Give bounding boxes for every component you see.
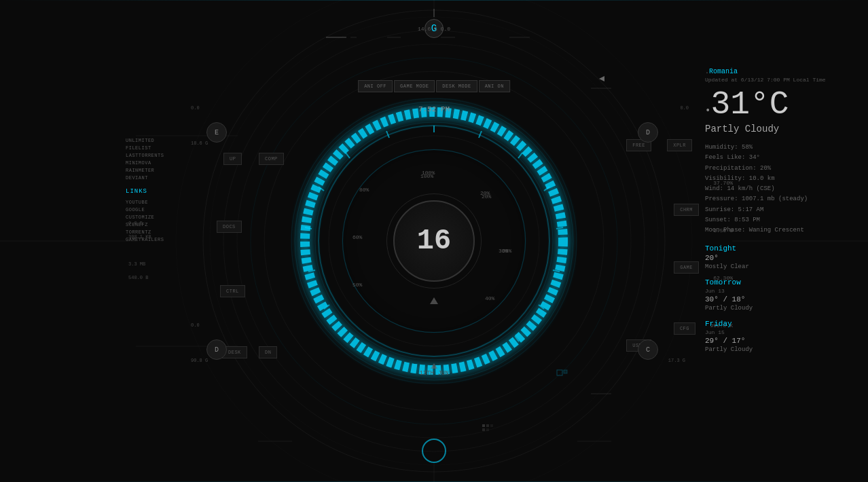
ani-off-button[interactable]: ANI OFF xyxy=(358,80,393,92)
mode-buttons-container: ANI OFF GAME MODE DESK MODE ANI ON xyxy=(358,80,510,92)
svg-rect-51 xyxy=(486,424,489,427)
svg-line-36 xyxy=(386,131,389,138)
corner-d-bottom-left: D xyxy=(206,339,227,360)
cfg-module[interactable]: CFG xyxy=(674,322,695,335)
corner-c-bottom-right: C xyxy=(638,339,658,360)
ctrl-module[interactable]: CTRL xyxy=(220,285,245,297)
pct-80-label: 80% xyxy=(359,187,369,193)
svg-line-41 xyxy=(324,305,329,309)
tonight-temp: 20° xyxy=(705,254,854,262)
google-link[interactable]: GOOGLE xyxy=(126,207,164,212)
corner-tl-val: 0.0 xyxy=(191,105,200,111)
docs-module[interactable]: DOCS xyxy=(217,221,242,233)
deviant-label[interactable]: DEVIANT xyxy=(126,175,164,181)
pct-50-label: 50% xyxy=(352,282,362,288)
tomorrow-title: Tomorrow xyxy=(705,278,854,286)
corner-bl-val: 0.0 xyxy=(191,322,200,328)
moon-phase: Moon Phase: Waning Crescent xyxy=(705,225,854,236)
sunrise: Sunrise: 5:17 AM xyxy=(705,205,854,215)
gametrailers-link[interactable]: GAMETRAILERS xyxy=(126,237,164,242)
forecast-friday: Friday Jun 15 29° / 17° Partly Cloudy xyxy=(705,320,854,353)
dn-module[interactable]: DN xyxy=(259,346,277,358)
friday-date: Jun 15 xyxy=(705,329,854,335)
weather-location: .Romania xyxy=(705,68,854,75)
time-display: 7:52 PM xyxy=(418,105,450,113)
location-text: Romania xyxy=(709,68,738,75)
wind: Wind: 14 km/h (CSE) xyxy=(705,184,854,194)
rainmeter-label[interactable]: RAINMETER xyxy=(126,168,164,173)
scenefz-link[interactable]: SCENEFZ xyxy=(126,222,164,227)
sunset: Sunset: 8:53 PM xyxy=(705,215,854,225)
tomorrow-date: Jun 13 xyxy=(705,288,854,294)
friday-desc: Partly Cloudy xyxy=(705,346,854,353)
weather-temperature: •31°C xyxy=(705,88,854,121)
svg-marker-42 xyxy=(430,297,438,304)
corner-e-top-left: E xyxy=(206,122,227,143)
corner-bl-sub: 90.8 G xyxy=(191,358,208,363)
svg-line-32 xyxy=(556,227,563,229)
svg-marker-43 xyxy=(431,363,437,369)
tonight-title: Tonight xyxy=(705,244,854,253)
svg-line-40 xyxy=(308,270,315,272)
pct-60-label: 60% xyxy=(352,234,362,240)
svg-line-39 xyxy=(305,227,312,229)
visibility: Visibility: 10.0 km xyxy=(705,174,854,184)
corner-e-label: E xyxy=(215,129,219,136)
tomorrow-desc: Partly Cloudy xyxy=(705,305,854,312)
friday-temp: 29° / 17° xyxy=(705,337,854,345)
humidity: Humidity: 58% xyxy=(705,143,854,153)
top-values: 14.6 G 0.0 xyxy=(418,26,450,32)
svg-line-34 xyxy=(539,305,544,309)
game-module[interactable]: GAME xyxy=(674,261,699,274)
game-mode-button[interactable]: GAME MODE xyxy=(394,80,435,92)
customize-link[interactable]: CUSTOMIZE xyxy=(126,215,164,220)
storage-val-3: 3.3 MB xyxy=(128,261,145,267)
chrm-module[interactable]: CHRM xyxy=(674,204,699,216)
svg-rect-46 xyxy=(557,370,562,375)
bottom-circle xyxy=(422,439,446,463)
inner-arrow xyxy=(430,295,438,308)
desk-mode-button[interactable]: DESK MODE xyxy=(436,80,477,92)
friday-title: Friday xyxy=(705,320,854,328)
svg-line-31 xyxy=(544,187,549,191)
weather-details: Humidity: 58% Feels Like: 34° Precipitat… xyxy=(705,143,854,236)
center-display: 16 xyxy=(393,200,475,282)
bottom-arrow xyxy=(431,360,437,372)
corner-d-bl-label: D xyxy=(215,346,219,354)
unlimited-label[interactable]: UNLIMITED xyxy=(126,138,164,143)
svg-line-29 xyxy=(479,131,482,138)
left-links-panel: UNLIMITED FILELIST LASTTORRENTS MINIMOVA… xyxy=(126,138,164,242)
svg-rect-52 xyxy=(490,424,493,427)
weather-updated: Updated at 6/13/12 7:00 PM Local Time xyxy=(705,77,854,83)
svg-rect-53 xyxy=(482,428,485,431)
tomorrow-temp: 30° / 18° xyxy=(705,295,854,303)
svg-rect-54 xyxy=(486,428,489,431)
forecast-tonight: Tonight 20° Mostly Clear xyxy=(705,244,854,270)
pct-100-label: 100% xyxy=(420,173,433,179)
ani-on-button[interactable]: ANI ON xyxy=(479,80,510,92)
corner-br-sub: 17.3 G xyxy=(668,358,685,363)
filelist-label[interactable]: FILELIST xyxy=(126,145,164,151)
temp-value: 31°C xyxy=(710,86,789,123)
minimova-label[interactable]: MINIMOVA xyxy=(126,160,164,166)
pct-30-label: 30% xyxy=(499,248,508,254)
corner-d-label: D xyxy=(646,129,650,136)
up-module[interactable]: UP xyxy=(223,153,242,165)
corner-tl-sub: 18.6 G xyxy=(191,141,208,146)
pressure: Pressure: 1007.1 mb (steady) xyxy=(705,194,854,204)
svg-line-33 xyxy=(553,270,560,272)
top-bar xyxy=(0,0,868,1)
center-number: 16 xyxy=(417,225,451,257)
lasttorrents-label[interactable]: LASTTORRENTS xyxy=(126,153,164,158)
corner-d-top-right: D xyxy=(638,122,658,143)
svg-rect-47 xyxy=(564,370,567,373)
pct-20-label: 20% xyxy=(482,193,491,200)
precipitation: Precipitation: 20% xyxy=(705,164,854,174)
svg-line-37 xyxy=(346,153,350,158)
svg-line-38 xyxy=(319,187,324,191)
torrentz-link[interactable]: TORRENTZ xyxy=(126,229,164,235)
xplr-module[interactable]: XPLR xyxy=(667,139,692,151)
comp-module[interactable]: COMP xyxy=(259,153,284,165)
youtube-link[interactable]: YOUTUBE xyxy=(126,200,164,205)
links-title: LINKS xyxy=(126,188,164,195)
